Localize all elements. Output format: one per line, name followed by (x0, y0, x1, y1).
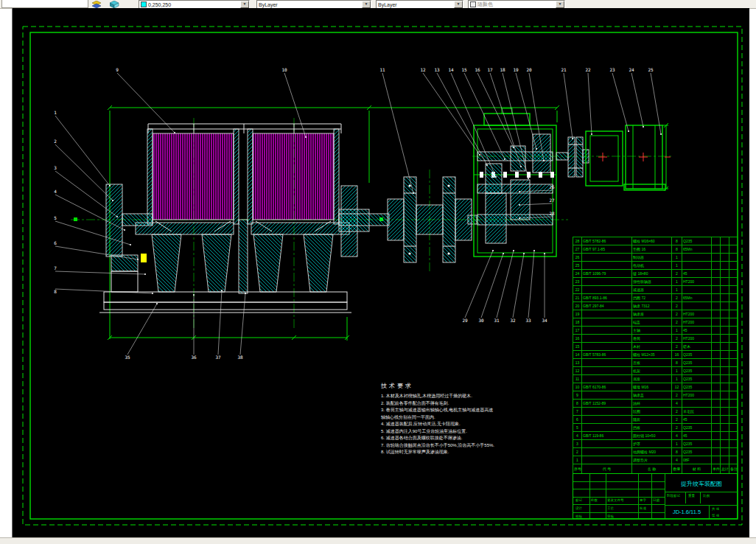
bom-cell (712, 359, 721, 367)
bom-header-row: 序号代 号名 称数量材 料单件总计备注 (573, 464, 738, 474)
bom-cell (712, 262, 721, 270)
bom-cell: HT200 (682, 278, 712, 286)
bom-cell: 压板 (632, 359, 672, 367)
bom-cell (721, 318, 729, 327)
balloon-number: 18 (500, 67, 505, 72)
bom-cell: 1 (672, 440, 682, 448)
bom-row: 1调整垫片408F (573, 456, 738, 464)
balloon-number: 2 (54, 139, 57, 144)
bom-row: 22减速器1 (573, 286, 738, 294)
bom-cell (729, 286, 738, 294)
bom-cell (721, 237, 729, 245)
bom-header-cell: 序号 (573, 464, 582, 474)
balloon-number: 33 (525, 318, 531, 323)
bom-cell (721, 383, 729, 391)
balloon-number: 15 (461, 67, 467, 72)
bom-cell (712, 367, 721, 375)
bom-cell (729, 270, 738, 278)
chevron-down-icon: ▼ (556, 1, 564, 8)
bom-cell: 65Mn (682, 245, 712, 254)
bom-cell: Q235 (682, 424, 712, 432)
winch-drum-assembly (99, 124, 389, 313)
leader-line (127, 304, 157, 355)
bom-row: 10GB/T 6170-86螺母 M1612Q235 (573, 383, 738, 391)
bom-cell (712, 424, 721, 432)
bom-cell (729, 351, 738, 359)
bom-cell (712, 310, 721, 318)
bom-cell: 21 (573, 294, 582, 302)
chevron-down-icon[interactable]: ▼ (454, 1, 463, 8)
bom-cell: 螺栓 M16×60 (632, 237, 672, 245)
bom-cell (582, 367, 632, 375)
leader-line (477, 73, 514, 147)
command-area[interactable] (1, 0, 88, 8)
balloon-number: 26 (549, 184, 555, 189)
balloon-number: 7 (54, 265, 57, 271)
bom-cell (721, 286, 729, 294)
leader-line (612, 73, 629, 131)
bom-cell (682, 302, 712, 310)
brake-and-motor (568, 125, 671, 190)
bom-cell (729, 367, 738, 375)
bom-row: 12机架1Q235 (573, 367, 738, 375)
bom-cell: 08F (682, 456, 712, 464)
balloon-number: 4 (54, 189, 57, 194)
bom-cell (729, 327, 738, 335)
bom-cell: 28 (573, 237, 582, 245)
bom-cell: HT200 (682, 335, 712, 343)
bom-cell: 27 (573, 245, 582, 254)
label-design: 设计 (575, 506, 582, 510)
bom-cell (729, 278, 738, 286)
bom-cell: 12 (672, 383, 682, 391)
bom-row: 23弹性联轴器1HT200 (573, 278, 738, 286)
bom-cell (582, 375, 632, 383)
bottom-scroll-area[interactable] (0, 537, 756, 544)
balloon-number: 20 (526, 67, 532, 72)
bom-cell: 23 (573, 278, 582, 286)
gear-reducer (474, 108, 568, 257)
rope-drum-right (253, 133, 334, 220)
bom-cell: 护罩 (632, 440, 672, 448)
bom-cell: 2 (672, 335, 682, 343)
bom-cell (721, 448, 729, 456)
drawing-canvas[interactable]: 1234567891011121314151617181920212223242… (12, 8, 749, 537)
bom-cell (721, 440, 729, 448)
bom-cell: 2 (672, 318, 682, 327)
bom-header-cell: 单件 (712, 464, 721, 474)
balloon-number: 27 (549, 198, 555, 203)
layer-previous-button[interactable] (108, 0, 121, 8)
bom-cell: 2 (672, 302, 682, 310)
bom-cell: 1 (672, 262, 682, 270)
make-layer-current-button[interactable] (90, 0, 103, 8)
bom-cell (712, 391, 721, 400)
leader-line (465, 251, 493, 318)
bom-row: 18端盖2HT200 (573, 318, 738, 327)
tech-requirement-line: 5. 减速器内注入90号工业齿轮油至油标位置. (381, 428, 580, 436)
chevron-down-icon[interactable]: ▼ (362, 1, 371, 8)
bom-cell (729, 440, 738, 448)
bom-cell: 45 (682, 416, 712, 424)
bom-cell (729, 359, 738, 367)
balloon-number: 38 (237, 355, 243, 360)
leader-line (588, 73, 592, 134)
bom-cell (712, 416, 721, 424)
bom-cell: 7 (573, 408, 582, 416)
balloon-number: 37 (215, 355, 221, 360)
chevron-down-icon[interactable]: ▼ (240, 1, 249, 8)
bom-cell: HT200 (682, 310, 712, 318)
bom-cell: 8 (672, 359, 682, 367)
bom-cell (721, 400, 729, 408)
bom-cell: 电动机 (632, 262, 672, 270)
tech-requirement-line: 7. 齿轮啮合接触斑点沿齿长不小于50%,沿齿高不小于55%. (381, 442, 580, 450)
bom-cell: 8 (573, 400, 582, 408)
leader-line (631, 73, 643, 127)
label-stage: 阶段标记 (667, 494, 680, 498)
bom-cell (712, 270, 721, 278)
bom-cell: 弹性联轴器 (632, 278, 672, 286)
bom-cell (721, 359, 729, 367)
label-scale: 比例 (703, 494, 710, 498)
drawing-code: JD-1.6/11.5 (665, 505, 709, 520)
lineweight-value: ByLayer (378, 2, 397, 7)
bom-cell: 2 (672, 408, 682, 416)
bom-cell: GB/T 97.1-85 (582, 245, 632, 254)
